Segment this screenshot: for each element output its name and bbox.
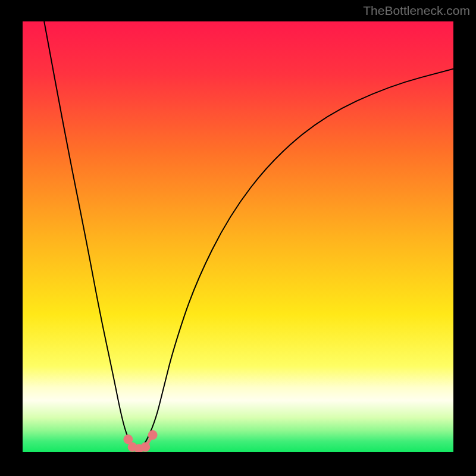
bottleneck-curve — [23, 21, 453, 452]
curve-marker — [148, 430, 158, 440]
chart-plot-area — [23, 21, 453, 452]
watermark-text: TheBottleneck.com — [363, 4, 470, 18]
curve-marker — [140, 442, 150, 452]
